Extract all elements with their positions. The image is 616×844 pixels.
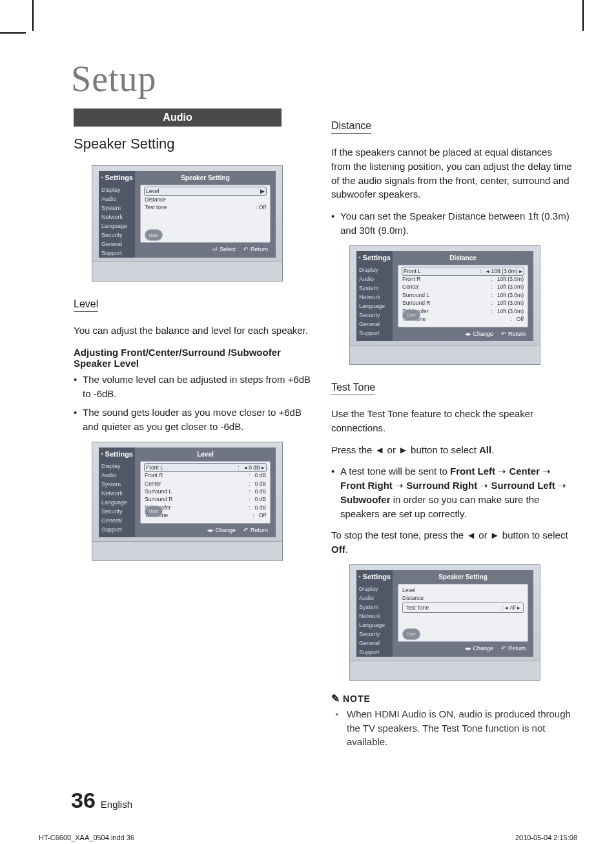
mock-title: Speaker Setting xyxy=(135,171,276,185)
user-badge: User xyxy=(134,211,174,241)
menu-row[interactable]: Distance xyxy=(402,594,524,602)
page-footer: 36 English xyxy=(71,788,572,813)
user-badge: User xyxy=(391,291,431,321)
menu-row[interactable]: Level xyxy=(402,586,524,594)
menu-row[interactable]: Front L: ◂ 10ft (3.0m) ▸ xyxy=(402,267,524,275)
mock-title: Distance xyxy=(393,251,533,265)
sidebar-item[interactable]: Display xyxy=(356,584,393,593)
sidebar-item[interactable]: Language xyxy=(356,621,393,630)
print-meta: HT-C6600_XAA_0504.indd 36 2010-05-04 2:1… xyxy=(0,834,616,844)
sidebar-item[interactable]: System xyxy=(99,480,135,489)
menu-row[interactable]: Front R: 0 dB xyxy=(145,471,266,479)
right-column: Distance If the speakers cannot be place… xyxy=(331,108,572,752)
enter-icon: ⏎ xyxy=(212,246,218,252)
mock-distance: SettingsDisplayAudioSystemNetworkLanguag… xyxy=(349,245,540,365)
distance-heading: Distance xyxy=(331,120,371,134)
user-badge: User xyxy=(391,610,431,640)
sidebar-item[interactable]: Support xyxy=(356,648,393,657)
mock-speaker-setting: SettingsDisplayAudioSystemNetworkLanguag… xyxy=(92,165,283,282)
sidebar-item[interactable]: General xyxy=(99,516,135,525)
adjust-subheading: Adjusting Front/Center/Surround /Subwoof… xyxy=(74,347,314,369)
menu-row[interactable]: Level▶ xyxy=(145,187,266,195)
mock-footer: ◂▸ Change ↶ Return xyxy=(393,327,533,341)
return-icon: ↶ xyxy=(501,645,506,652)
note-item: When HDMI Audio is ON, audio is produced… xyxy=(347,707,572,749)
mock-footer: ⏎ Select ↶ Return xyxy=(135,243,276,256)
sidebar-item[interactable]: Security xyxy=(356,311,393,320)
sidebar-item[interactable]: Display xyxy=(99,462,135,471)
sidebar-item[interactable]: General xyxy=(356,639,393,648)
menu-row[interactable]: Front L: ◂ 0 dB ▸ xyxy=(145,464,266,471)
user-badge: User xyxy=(134,488,174,517)
sidebar-item[interactable]: Support xyxy=(99,249,135,258)
menu-row[interactable]: Center: 0 dB xyxy=(145,480,266,488)
mock-testtone: SettingsDisplayAudioSystemNetworkLanguag… xyxy=(349,564,540,681)
return-icon: ↶ xyxy=(243,246,249,252)
level-heading: Level xyxy=(74,298,98,312)
settings-header: Settings xyxy=(356,573,393,584)
lr-icon: ◂▸ xyxy=(465,645,471,652)
sidebar-item[interactable]: Security xyxy=(99,231,135,240)
sidebar-item[interactable]: Audio xyxy=(99,471,135,480)
settings-header: Settings xyxy=(99,174,135,185)
return-icon: ↶ xyxy=(243,527,249,533)
sidebar-item[interactable]: System xyxy=(99,203,135,212)
sidebar-item[interactable]: Language xyxy=(356,302,393,311)
file-name: HT-C6600_XAA_0504.indd 36 xyxy=(39,834,134,841)
settings-header: Settings xyxy=(356,254,393,265)
page-number: 36 xyxy=(71,788,96,813)
sidebar-item[interactable]: Network xyxy=(356,293,393,302)
menu-row[interactable]: Center: 10ft (3.0m) xyxy=(402,283,524,291)
sidebar-item[interactable]: Display xyxy=(356,265,393,274)
bullet-sequence: A test tone will be sent to Front Left ➝… xyxy=(331,464,572,520)
menu-row[interactable]: Distance xyxy=(145,195,266,203)
crop-marks xyxy=(0,0,616,39)
settings-header: Settings xyxy=(99,450,135,462)
bullet: You can set the Speaker Distance between… xyxy=(331,209,572,238)
level-bullets: The volume level can be adjusted in step… xyxy=(74,373,314,434)
menu-row[interactable]: Test tone: Off xyxy=(145,203,266,211)
level-desc: You can adjust the balance and level for… xyxy=(74,324,314,338)
sidebar-item[interactable]: Audio xyxy=(356,593,393,602)
stop-testtone: To stop the test tone, press the ◄ or ► … xyxy=(331,528,572,557)
testtone-desc: Use the Test Tone feature to check the s… xyxy=(331,407,572,435)
mock-footer: ◂▸ Change ↶ Return xyxy=(393,642,533,655)
page-title: Setup xyxy=(71,58,572,99)
mock-level: SettingsDisplayAudioSystemNetworkLanguag… xyxy=(92,442,283,562)
mock-footer: ◂▸ Change ↶ Return xyxy=(135,524,276,537)
left-column: Audio Speaker Setting SettingsDisplayAud… xyxy=(74,108,314,752)
menu-row[interactable]: Front R: 10ft (3.0m) xyxy=(402,275,524,283)
speaker-setting-heading: Speaker Setting xyxy=(74,136,314,152)
mock-title: Speaker Setting xyxy=(393,570,533,584)
mock-title: Level xyxy=(135,448,276,461)
sidebar-item[interactable]: Audio xyxy=(99,194,135,203)
sidebar-item[interactable]: Language xyxy=(99,221,135,231)
lr-icon: ◂▸ xyxy=(465,331,471,337)
testtone-press: Press the ◄ or ► button to select All. xyxy=(331,443,572,457)
sidebar-item[interactable]: Display xyxy=(99,185,135,194)
sidebar-item[interactable]: Support xyxy=(99,525,135,534)
bullet: The sound gets louder as you move closer… xyxy=(74,406,314,434)
distance-desc: If the speakers cannot be placed at equa… xyxy=(331,145,572,201)
sidebar-item[interactable]: Security xyxy=(356,630,393,639)
sidebar-item[interactable]: Support xyxy=(356,329,393,338)
testtone-heading: Test Tone xyxy=(331,382,375,395)
timestamp: 2010-05-04 2:15:08 xyxy=(515,834,577,841)
lr-icon: ◂▸ xyxy=(207,527,214,533)
sidebar-item[interactable]: Network xyxy=(356,612,393,621)
sidebar-item[interactable]: Network xyxy=(99,212,135,221)
note-heading: ✎NOTE xyxy=(331,692,572,705)
sidebar-item[interactable]: System xyxy=(356,283,393,293)
sidebar-item[interactable]: System xyxy=(356,602,393,612)
sidebar-item[interactable]: General xyxy=(356,320,393,329)
bullet: The volume level can be adjusted in step… xyxy=(74,373,314,401)
section-band: Audio xyxy=(74,108,282,127)
sidebar-item[interactable]: General xyxy=(99,240,135,249)
sidebar-item[interactable]: Audio xyxy=(356,274,393,283)
page-language: English xyxy=(101,799,132,810)
sidebar-item[interactable]: Security xyxy=(99,507,135,516)
pencil-icon: ✎ xyxy=(331,693,340,704)
sidebar-item[interactable]: Network xyxy=(99,489,135,498)
return-icon: ↶ xyxy=(501,331,506,337)
sidebar-item[interactable]: Language xyxy=(99,498,135,507)
